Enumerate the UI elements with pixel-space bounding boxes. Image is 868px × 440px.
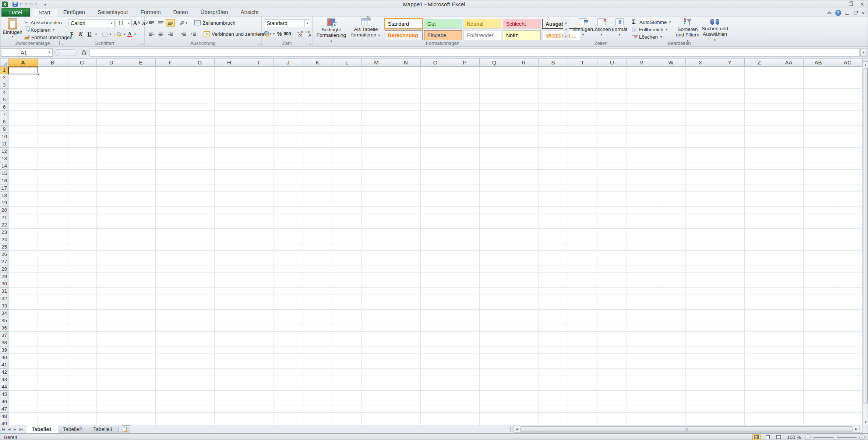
wrap-text-button[interactable]: ↵ Zeilenumbruch xyxy=(194,19,235,27)
align-bottom-button[interactable] xyxy=(166,19,175,27)
column-header-U[interactable]: U xyxy=(597,59,627,67)
formula-bar-handle[interactable] xyxy=(54,49,77,56)
fill-button[interactable]: ↓ Füllbereich ▼ xyxy=(632,26,671,33)
column-header-D[interactable]: D xyxy=(97,59,126,67)
row-header-7[interactable]: 7 xyxy=(0,111,8,118)
increase-font-button[interactable]: A˄ xyxy=(133,20,140,27)
column-header-C[interactable]: C xyxy=(67,59,97,67)
column-header-AC[interactable]: AC xyxy=(833,59,862,67)
row-header-11[interactable]: 11 xyxy=(0,140,8,148)
fill-color-button[interactable] xyxy=(117,32,121,36)
undo-dropdown-icon[interactable]: ▼ xyxy=(25,3,28,6)
cell-style-erklärender-[interactable]: Erklärender ... xyxy=(463,30,501,40)
page-layout-view-button[interactable] xyxy=(763,434,772,440)
currency-dropdown-icon[interactable]: ▼ xyxy=(272,32,275,36)
tab-daten[interactable]: Daten xyxy=(167,8,194,17)
vertical-split-handle[interactable] xyxy=(863,59,868,62)
column-header-X[interactable]: X xyxy=(686,59,715,67)
redo-icon[interactable]: ↷ xyxy=(29,2,33,7)
row-header-26[interactable]: 26 xyxy=(0,251,8,258)
column-header-J[interactable]: J xyxy=(274,59,303,67)
align-top-button[interactable] xyxy=(147,19,156,27)
tab-seitenlayout[interactable]: Seitenlayout xyxy=(91,8,134,17)
number-format-combo[interactable]: Standard ▼ xyxy=(264,19,310,27)
scroll-left-icon[interactable]: ◀ xyxy=(514,426,520,432)
increase-indent-button[interactable] xyxy=(189,30,198,38)
sheet-tab-tabelle1[interactable]: Tabelle1 xyxy=(25,425,58,433)
row-header-35[interactable]: 35 xyxy=(0,317,8,324)
row-header-27[interactable]: 27 xyxy=(0,258,8,265)
page-break-view-button[interactable] xyxy=(775,434,783,440)
bold-button[interactable]: F xyxy=(68,31,75,38)
tab-überprüfen[interactable]: Überprüfen xyxy=(194,8,234,17)
row-header-32[interactable]: 32 xyxy=(0,295,8,302)
sheet-tab-tabelle3[interactable]: Tabelle3 xyxy=(87,425,119,433)
row-header-37[interactable]: 37 xyxy=(0,332,8,339)
row-header-2[interactable]: 2 xyxy=(0,74,8,81)
cell-style-eingabe[interactable]: Eingabe xyxy=(424,30,462,40)
vertical-scrollbar[interactable]: ▲ ▼ xyxy=(862,59,868,425)
column-header-AA[interactable]: AA xyxy=(774,59,804,67)
borders-icon[interactable] xyxy=(102,32,107,37)
dialog-launcher-number[interactable] xyxy=(307,41,311,45)
column-header-N[interactable]: N xyxy=(391,59,421,67)
column-header-V[interactable]: V xyxy=(627,59,656,67)
dialog-launcher-font[interactable] xyxy=(139,41,143,45)
formula-input[interactable] xyxy=(89,48,860,57)
underline-button[interactable]: U xyxy=(86,31,93,38)
tab-ansicht[interactable]: Ansicht xyxy=(234,8,265,17)
row-header-12[interactable]: 12 xyxy=(0,148,8,155)
collapse-ribbon-icon[interactable] xyxy=(828,11,832,15)
row-header-47[interactable]: 47 xyxy=(0,405,8,413)
cell-style-schlecht[interactable]: Schlecht xyxy=(503,19,541,29)
row-header-4[interactable]: 4 xyxy=(0,89,8,96)
currency-format-icon[interactable] xyxy=(264,31,271,36)
row-header-20[interactable]: 20 xyxy=(0,207,8,214)
italic-button[interactable]: K xyxy=(77,31,84,38)
last-sheet-button[interactable]: ▶ xyxy=(18,426,24,433)
orientation-dropdown-icon[interactable]: ▼ xyxy=(185,21,188,25)
column-header-T[interactable]: T xyxy=(568,59,597,67)
align-center-button[interactable] xyxy=(156,30,165,38)
row-header-23[interactable]: 23 xyxy=(0,229,8,236)
column-header-AB[interactable]: AB xyxy=(804,59,833,67)
clear-button[interactable]: Löschen ▼ xyxy=(632,33,671,41)
row-header-43[interactable]: 43 xyxy=(0,376,8,383)
workbook-close-icon[interactable]: × xyxy=(862,10,865,16)
zoom-slider[interactable] xyxy=(813,434,857,440)
row-header-13[interactable]: 13 xyxy=(0,155,8,162)
column-header-S[interactable]: S xyxy=(539,59,568,67)
underline-dropdown-icon[interactable]: ▼ xyxy=(95,33,98,36)
row-header-33[interactable]: 33 xyxy=(0,302,8,310)
minimize-button[interactable]: — xyxy=(836,1,841,7)
find-select-button[interactable]: Suchen und Auswählen ▼ xyxy=(701,18,728,43)
row-header-42[interactable]: 42 xyxy=(0,369,8,376)
previous-sheet-button[interactable]: ◀ xyxy=(6,426,12,433)
selected-cell-a1[interactable] xyxy=(8,67,38,74)
horizontal-scrollbar-thumb[interactable]: ||| xyxy=(520,426,853,432)
delete-cells-button[interactable]: ✕ Löschen ▼ xyxy=(592,18,611,36)
horizontal-scrollbar[interactable]: ◀ ||| ▶ xyxy=(514,426,862,433)
row-header-18[interactable]: 18 xyxy=(0,192,8,199)
column-header-G[interactable]: G xyxy=(185,59,215,67)
dialog-launcher-clipboard[interactable] xyxy=(59,41,64,45)
tab-scroll-split-handle[interactable] xyxy=(510,426,512,432)
row-header-39[interactable]: 39 xyxy=(0,346,8,354)
column-header-P[interactable]: P xyxy=(450,59,480,67)
column-header-F[interactable]: F xyxy=(156,59,185,67)
row-header-19[interactable]: 19 xyxy=(0,199,8,207)
scroll-right-icon[interactable]: ▶ xyxy=(853,426,859,432)
column-header-Z[interactable]: Z xyxy=(745,59,774,67)
orientation-icon[interactable]: ab xyxy=(178,19,185,26)
excel-app-icon[interactable]: X xyxy=(2,1,8,7)
row-header-25[interactable]: 25 xyxy=(0,243,8,251)
workbook-restore-icon[interactable] xyxy=(854,11,857,14)
row-header-31[interactable]: 31 xyxy=(0,288,8,295)
cell-style-berechnung[interactable]: Berechnung xyxy=(385,30,423,40)
row-header-34[interactable]: 34 xyxy=(0,310,8,317)
column-header-Y[interactable]: Y xyxy=(715,59,745,67)
cell-style-gut[interactable]: Gut xyxy=(424,19,462,29)
font-family-combo[interactable]: Calibri ▼ xyxy=(68,19,114,27)
borders-dropdown-icon[interactable]: ▼ xyxy=(109,33,112,36)
row-header-6[interactable]: 6 xyxy=(0,103,8,111)
